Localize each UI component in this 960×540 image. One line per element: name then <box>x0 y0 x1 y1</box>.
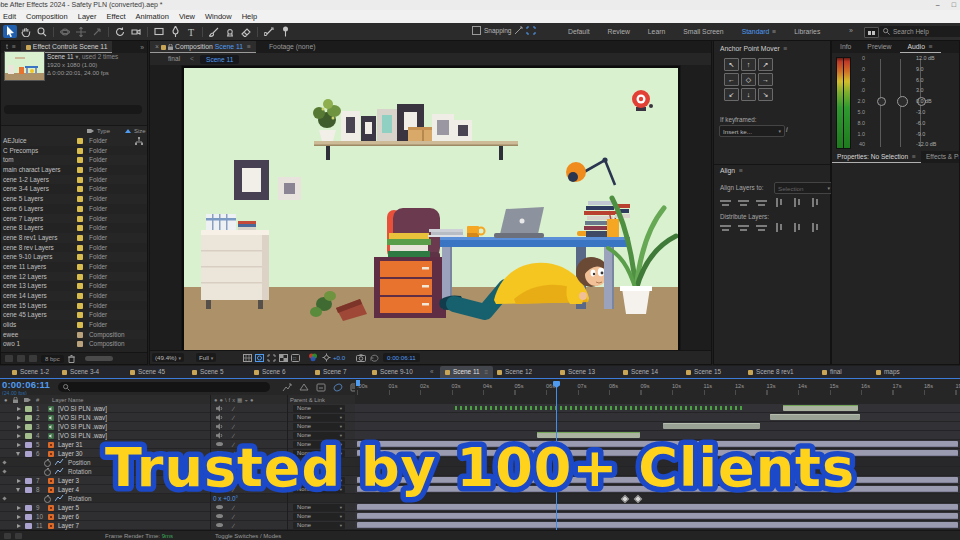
rotation-tool[interactable] <box>113 25 127 38</box>
menu-composition[interactable]: Composition <box>21 10 73 23</box>
layer-row--vo-si-pln-wav-[interactable]: 2 [VO SI PLN .wav] ∕ None▾ <box>0 413 355 422</box>
label-chip[interactable] <box>25 523 32 529</box>
menu-help[interactable]: Help <box>237 10 262 23</box>
project-item-tom[interactable]: tom Folder <box>1 155 147 165</box>
draft-3d-icon[interactable] <box>298 382 309 392</box>
scene-tab-final[interactable]: final <box>822 366 842 378</box>
expand-caret[interactable] <box>16 488 20 492</box>
keyframe-navigator[interactable] <box>2 469 6 473</box>
workspace-learn[interactable]: Learn <box>640 23 673 40</box>
label-chip[interactable] <box>25 406 32 412</box>
workspace-menu-icon[interactable]: ≡ <box>772 28 776 35</box>
audio-enabled-icon[interactable] <box>216 432 223 440</box>
label-chip[interactable] <box>25 478 32 484</box>
expand-caret[interactable] <box>17 407 21 411</box>
anchor-move-7[interactable]: ↓ <box>741 88 756 101</box>
layer-duration-bar[interactable] <box>357 450 958 456</box>
distribute-button-1[interactable] <box>738 223 749 232</box>
project-item-cene-6-layers[interactable]: cene 6 Layers Folder <box>1 204 147 214</box>
menu-effect[interactable]: Effect <box>101 10 130 23</box>
label-chip[interactable] <box>25 514 32 520</box>
project-item-cene-8-rev-layers[interactable]: cene 8 rev Layers Folder <box>1 243 147 253</box>
layer-duration-bar[interactable] <box>357 486 958 492</box>
stopwatch-icon[interactable] <box>44 496 51 503</box>
toggle-switches-button[interactable]: Toggle Switches / Modes <box>215 533 281 539</box>
project-search-input[interactable] <box>4 105 142 114</box>
audio-enabled-icon[interactable] <box>216 414 223 422</box>
trash-icon[interactable] <box>68 355 75 363</box>
stopwatch-icon[interactable] <box>44 460 51 467</box>
mask-visibility-icon[interactable] <box>254 353 265 362</box>
orbit-camera-tool[interactable] <box>58 25 72 38</box>
scene-tab-scene-5[interactable]: Scene 5 <box>192 366 223 378</box>
scene-tab-scene-14[interactable]: Scene 14 <box>623 366 658 378</box>
breadcrumb-final[interactable]: final <box>168 55 180 62</box>
layer-duration-bar[interactable] <box>357 522 958 528</box>
minimize-button[interactable]: – <box>936 0 940 10</box>
align-button-1[interactable] <box>738 198 749 207</box>
expand-caret[interactable] <box>17 425 21 429</box>
magnification-select[interactable]: (49.4%) ▾ <box>152 353 184 362</box>
layer-row-layer-4[interactable]: 8 Layer 4 ∕ None▾ <box>0 485 355 494</box>
layer-row-layer-30[interactable]: 6 Layer 30 ∕ None▾ <box>0 449 355 458</box>
tab-scroll-left[interactable]: « <box>430 366 434 378</box>
parent-link-select[interactable]: None▾ <box>293 504 345 511</box>
roto-brush-tool[interactable] <box>262 25 276 38</box>
parent-link-column[interactable]: Parent & Link <box>290 397 325 403</box>
frame-blending-icon[interactable] <box>332 382 343 392</box>
menu-layer[interactable]: Layer <box>73 10 102 23</box>
stopwatch-icon[interactable] <box>44 469 51 476</box>
workspace-overflow-icon[interactable]: » <box>849 27 853 34</box>
menu-animation[interactable]: Animation <box>131 10 174 23</box>
workspace-default[interactable]: Default <box>560 23 598 40</box>
video-enabled-icon[interactable] <box>216 486 223 491</box>
keyframe-mode-select[interactable]: Insert ke...▾ <box>719 125 785 137</box>
parent-link-select[interactable]: None▾ <box>293 486 345 493</box>
scene-tab-scene-11[interactable]: Scene 11≡ <box>440 366 493 378</box>
parent-link-select[interactable]: None▾ <box>293 405 345 412</box>
video-enabled-icon[interactable] <box>216 504 223 509</box>
project-item-cene-8-rev1-layers[interactable]: cene 8 rev1 Layers Folder <box>1 233 147 243</box>
align-to-select[interactable]: Selection▾ <box>774 182 834 194</box>
project-item-cene-5-layers[interactable]: cene 5 Layers Folder <box>1 194 147 204</box>
panel-overflow-icon[interactable]: » <box>140 44 147 51</box>
label-chip[interactable] <box>25 442 32 448</box>
video-enabled-icon[interactable] <box>216 477 223 482</box>
label-chip[interactable] <box>25 487 32 493</box>
project-item-cene-45-layers[interactable]: cene 45 Layers Folder <box>1 310 147 320</box>
workspace-libraries[interactable]: Libraries <box>786 23 828 40</box>
maximize-button[interactable]: □ <box>952 0 956 10</box>
exposure-gear-icon[interactable] <box>321 353 332 362</box>
anchor-move-0[interactable]: ↖ <box>724 58 739 71</box>
layer-row-layer-31[interactable]: 5 Layer 31 ∕ None▾ <box>0 440 355 449</box>
align-button-2[interactable] <box>756 198 767 207</box>
close-icon[interactable]: × <box>155 41 159 53</box>
distribute-button-2[interactable] <box>756 223 767 232</box>
parent-link-select[interactable]: None▾ <box>293 450 345 457</box>
label-chip[interactable] <box>25 451 32 457</box>
audio-enabled-icon[interactable] <box>216 423 223 431</box>
playhead[interactable] <box>556 381 557 530</box>
video-enabled-icon[interactable] <box>216 441 223 446</box>
project-item-ewee[interactable]: ewee Composition <box>1 330 147 340</box>
label-chip[interactable] <box>25 505 32 511</box>
anchor-move-1[interactable]: ↑ <box>741 58 756 71</box>
region-of-interest-icon[interactable] <box>266 353 277 362</box>
project-item-cene-7-layers[interactable]: cene 7 Layers Folder <box>1 214 147 224</box>
slider-knob[interactable] <box>877 97 886 106</box>
scene-tab-scene-45[interactable]: Scene 45 <box>130 366 165 378</box>
work-area-start[interactable] <box>356 380 360 386</box>
interpret-footage-icon[interactable] <box>5 355 13 362</box>
expand-caret[interactable] <box>17 443 21 447</box>
tab-footage[interactable]: Footage (none) <box>264 41 320 53</box>
timeline-ruler[interactable]: :00s01s02s03s04s05s06s07s08s09s10s11s12s… <box>355 379 960 395</box>
layer-row-layer-5[interactable]: 9 Layer 5 ∕ None▾ <box>0 503 355 512</box>
info-icon[interactable]: i <box>786 126 788 133</box>
audio-enabled-icon[interactable] <box>216 405 223 413</box>
keyframe-diamond[interactable] <box>621 495 629 503</box>
bit-depth-button[interactable]: 8 bpc <box>41 355 64 363</box>
timeline-timecode[interactable]: 0:00:06:11 <box>2 379 62 390</box>
snapping-checkbox[interactable] <box>472 26 481 35</box>
anchor-move-3[interactable]: ← <box>724 73 739 86</box>
grid-guides-icon[interactable] <box>242 353 253 362</box>
